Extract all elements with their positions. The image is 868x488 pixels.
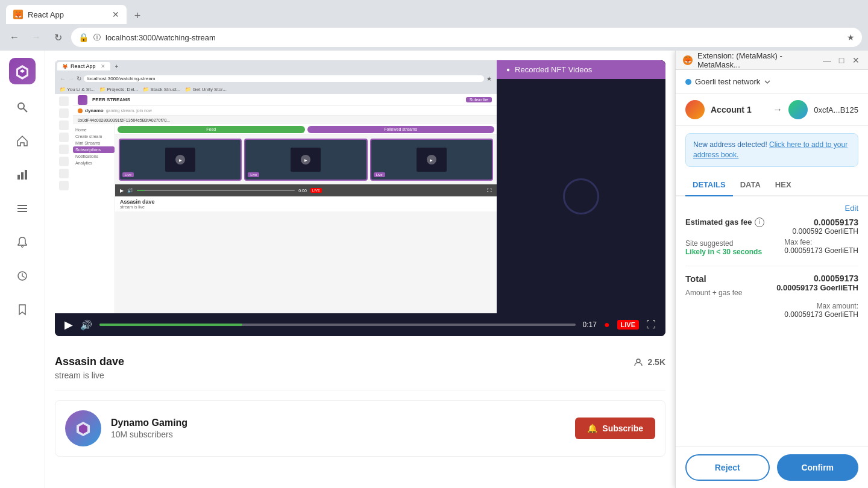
address-alert: New address detected! Click here to add …: [685, 133, 858, 167]
sidebar-item-bell[interactable]: [11, 231, 33, 253]
refresh-button[interactable]: ↻: [49, 29, 66, 46]
site-suggested-row: Site suggested Likely in < 30 seconds Ma…: [685, 238, 858, 256]
sidebar-item-bookmark[interactable]: [11, 299, 33, 321]
loading-ring: [563, 178, 599, 214]
metamask-panel: 🦊 Extension: (MetaMask) - MetaMask... — …: [675, 51, 868, 488]
viewer-count: 2.5K: [633, 357, 665, 368]
stream-subtitle: stream is live: [55, 371, 665, 380]
account-name: Account 1: [711, 105, 767, 114]
gas-fee-label-group: Estimated gas fee i: [685, 217, 764, 227]
edit-link[interactable]: Edit: [685, 204, 858, 213]
channel-info: Dynamo Gaming 10M subscribers 🔔 Subscrib…: [55, 400, 665, 457]
recipient-address: 0xcfA...B125: [814, 105, 858, 114]
play-button[interactable]: ▶: [64, 318, 73, 331]
live-dot: ●: [604, 319, 610, 330]
back-button[interactable]: ←: [6, 29, 23, 46]
live-badge: LIVE: [617, 320, 639, 330]
nested-stream-title: Assasin dave: [120, 199, 492, 205]
sidebar-item-home[interactable]: [11, 130, 33, 152]
nested-tab-title: React App: [71, 63, 96, 69]
video-player: 🦊 React App ✕ + ← → ↻: [55, 60, 497, 313]
gas-fee-values: 0.00059173 0.000592 GoerliETH: [793, 217, 858, 236]
viewer-count-text: 2.5K: [647, 357, 665, 367]
gas-fee-eth: 0.00059173: [793, 217, 858, 227]
reject-button[interactable]: Reject: [685, 454, 770, 481]
volume-button[interactable]: 🔊: [80, 319, 92, 331]
minimize-button[interactable]: —: [822, 55, 832, 65]
page-content: 🦊 React App ✕ + ← → ↻: [45, 51, 675, 488]
channel-details: Dynamo Gaming 10M subscribers: [111, 418, 565, 439]
sidebar-item-clock[interactable]: [11, 265, 33, 287]
confirm-button[interactable]: Confirm: [777, 454, 859, 481]
subscribe-button[interactable]: 🔔 Subscribe: [575, 418, 655, 439]
recorded-nft-label: Recorded NFT Videos: [515, 65, 592, 74]
tab-data[interactable]: DATA: [733, 174, 768, 196]
svg-rect-9: [17, 208, 27, 209]
progress-bar[interactable]: [99, 324, 576, 326]
metamask-header: Goerli test network: [676, 70, 868, 94]
svg-rect-10: [17, 211, 27, 212]
gas-fee-section: Estimated gas fee i 0.00059173 0.000592 …: [685, 217, 858, 256]
fullscreen-button[interactable]: ⛶: [646, 319, 656, 330]
browser-toolbar: ← → ↻ 🔒 ⓘ localhost:3000/watching-stream…: [0, 24, 868, 51]
address-bar[interactable]: 🔒 ⓘ localhost:3000/watching-stream ★: [71, 28, 862, 47]
likely-label: Likely in < 30 seconds: [685, 248, 762, 256]
nested-channel: dynamo: [85, 108, 104, 113]
sidebar-item-search[interactable]: [11, 96, 33, 118]
alert-text: New address detected!: [693, 140, 769, 149]
video-main: 🦊 React App ✕ + ← → ↻: [55, 60, 665, 313]
progress-fill: [99, 324, 242, 326]
sidebar-item-analytics[interactable]: [11, 164, 33, 186]
svg-point-11: [22, 246, 24, 248]
lock-icon: 🔒: [78, 33, 89, 42]
close-icon[interactable]: ✕: [112, 10, 119, 19]
max-amount-value: 0.00059173 GoerliETH: [784, 310, 858, 319]
maximize-button[interactable]: □: [837, 55, 846, 65]
info-icon[interactable]: i: [755, 217, 764, 227]
max-amount-label: Max amount:: [784, 302, 858, 310]
bookmark-icon[interactable]: ★: [847, 33, 855, 42]
total-eth: 0.00059173: [776, 274, 858, 283]
app-sidebar: [0, 51, 45, 488]
network-selector[interactable]: Goerli test network: [685, 77, 771, 86]
sidebar-item-list[interactable]: [11, 198, 33, 219]
channel-logo: [65, 410, 101, 446]
info-icon: ⓘ: [93, 33, 101, 43]
video-controls-bar: ▶ 🔊 0:17 ● LIVE ⛶: [55, 313, 665, 336]
app-logo[interactable]: [9, 58, 36, 84]
stream-title-text: Assasin dave: [55, 355, 124, 368]
gas-fee-geth: 0.000592 GoerliETH: [793, 227, 858, 236]
total-geth: 0.00059173 GoerliETH: [776, 283, 858, 292]
total-row: Total Amount + gas fee 0.00059173 0.0005…: [685, 274, 858, 297]
max-amount-row: Max amount: 0.00059173 GoerliETH: [685, 302, 858, 319]
svg-rect-7: [25, 170, 27, 180]
bell-icon: 🔔: [587, 424, 597, 433]
svg-rect-5: [17, 175, 20, 180]
nested-platform-name: PEER STREAMS: [92, 97, 130, 102]
channel-name: Dynamo Gaming: [111, 418, 565, 428]
stream-info: Assasin dave 2.5K stream is live: [55, 346, 665, 390]
nested-subscribe-btn[interactable]: Subscribe: [466, 97, 492, 102]
gas-fee-row: Estimated gas fee i 0.00059173 0.000592 …: [685, 217, 858, 236]
tab-details[interactable]: DETAILS: [685, 174, 733, 196]
browser-content: 🦊 React App ✕ + ← → ↻: [0, 51, 675, 488]
forward-button[interactable]: →: [28, 29, 45, 46]
account-avatar: [685, 100, 705, 119]
amount-gas-label: Amount + gas fee: [685, 289, 742, 297]
metamask-titlebar: 🦊 Extension: (MetaMask) - MetaMask... — …: [676, 51, 868, 70]
svg-line-4: [24, 108, 27, 112]
browser-tabs-bar: 🦊 React App ✕ +: [0, 0, 868, 24]
video-container: 🦊 React App ✕ + ← → ↻: [55, 60, 665, 336]
tab-title: React App: [28, 10, 107, 19]
svg-point-3: [18, 103, 24, 109]
main-area: 🦊 React App ✕ + ← → ↻: [0, 51, 868, 488]
close-window-button[interactable]: ✕: [851, 55, 861, 65]
total-section: Total Amount + gas fee 0.00059173 0.0005…: [685, 274, 858, 319]
loading-area: [497, 79, 665, 313]
new-tab-button[interactable]: +: [129, 7, 146, 24]
tab-hex[interactable]: HEX: [768, 174, 799, 196]
browser-tab[interactable]: 🦊 React App ✕: [6, 5, 127, 24]
time-display: 0:17: [583, 321, 597, 329]
account-row: Account 1 → 0xcfA...B125: [676, 94, 868, 126]
metamask-tabs: DETAILS DATA HEX: [676, 174, 868, 196]
